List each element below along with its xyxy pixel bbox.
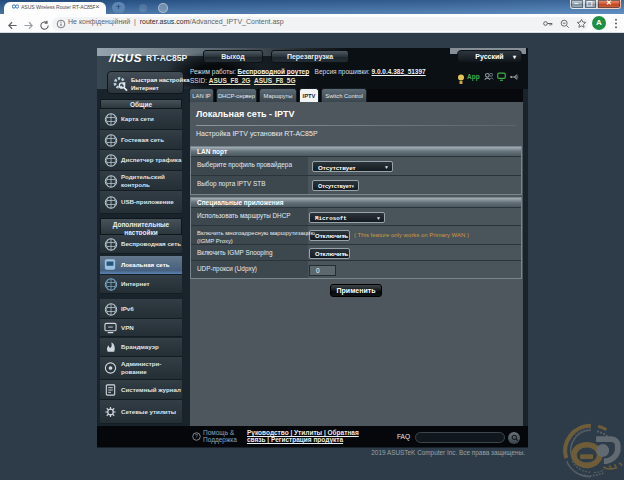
svg-text:?: ?	[195, 433, 198, 439]
